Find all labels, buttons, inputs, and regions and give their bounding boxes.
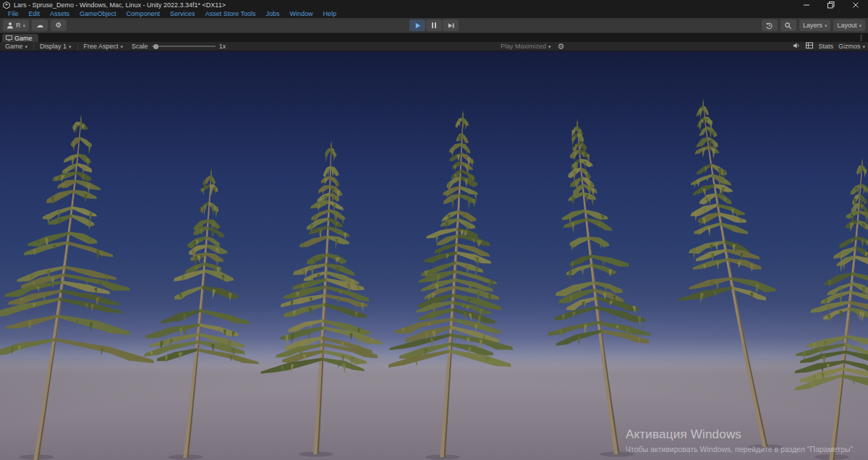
chevron-down-icon: ▾ (121, 44, 124, 49)
play-button[interactable] (409, 20, 425, 31)
unity-window: Lars - Spruse_Demo - Windows, Mac, Linux… (0, 0, 868, 460)
stats-grid-icon (806, 42, 813, 49)
stats-label: Stats (818, 43, 833, 50)
aspect-ratio-label: Free Aspect (84, 43, 119, 50)
game-mode-label: Game (5, 43, 23, 50)
speaker-icon (793, 42, 801, 49)
gizmos-label: Gizmos (838, 43, 861, 50)
tab-game[interactable]: Game (2, 34, 38, 42)
window-controls (794, 0, 868, 9)
menu-window[interactable]: Window (285, 9, 318, 18)
restore-icon (827, 1, 835, 9)
spruce-tree (388, 109, 514, 460)
game-view-icon (6, 35, 12, 41)
spruce-tree (794, 157, 868, 460)
search-button[interactable] (780, 20, 796, 31)
title-bar: Lars - Spruse_Demo - Windows, Mac, Linux… (0, 0, 868, 9)
play-maximized-group: Play Maximized ▾ ⚙ (498, 42, 564, 51)
spruce-tree (548, 118, 651, 457)
pause-button[interactable] (426, 20, 442, 31)
scale-control: Scale 1x (129, 43, 229, 50)
close-icon (852, 1, 859, 9)
minimize-icon (803, 1, 810, 9)
display-label: Display 1 (40, 43, 67, 50)
scale-label: Scale (132, 43, 148, 50)
panel-menu-icon[interactable]: ⋮ (858, 34, 864, 42)
spruce-tree (261, 140, 383, 457)
gamebar-left-group: Game ▾ Display 1 ▾ Free Aspect ▾ Scale 1… (2, 42, 229, 51)
rendered-scene (0, 51, 868, 460)
scale-slider[interactable] (152, 46, 216, 47)
gamebar-right-group: Stats Gizmos ▾ (793, 42, 865, 51)
toolbar-right-group: Layers ▾ Layout ▾ (762, 20, 865, 31)
spruce-tree (0, 114, 154, 460)
toolbar-left-group: R ▾ ☁ ⚙ (3, 20, 67, 31)
restore-button[interactable] (819, 0, 843, 9)
play-controls (409, 20, 459, 31)
window-title: Lars - Spruse_Demo - Windows, Mac, Linux… (14, 1, 226, 9)
layers-dropdown[interactable]: Layers ▾ (799, 20, 831, 31)
menu-assets[interactable]: Assets (45, 9, 75, 18)
game-mode-dropdown[interactable]: Game ▾ (2, 42, 30, 51)
undo-history-button[interactable] (762, 20, 778, 31)
gear-icon: ⚙ (56, 22, 62, 29)
scale-slider-knob[interactable] (153, 44, 158, 49)
layout-dropdown[interactable]: Layout ▾ (833, 20, 865, 31)
menu-jobs[interactable]: Jobs (261, 9, 285, 18)
settings-button[interactable]: ⚙ (51, 20, 67, 31)
layers-label: Layers (803, 22, 822, 29)
chevron-down-icon: ▾ (25, 44, 28, 49)
account-button[interactable]: R ▾ (3, 20, 29, 31)
tab-game-label: Game (14, 35, 33, 42)
mute-audio-button[interactable] (793, 42, 801, 51)
chevron-down-icon: ▾ (23, 23, 26, 28)
chevron-down-icon: ▾ (548, 44, 551, 49)
undo-history-icon (765, 22, 773, 30)
menu-edit[interactable]: Edit (24, 9, 46, 18)
aspect-ratio-dropdown[interactable]: Free Aspect ▾ (81, 42, 127, 51)
menu-bar: File Edit Assets GameObject Component Se… (0, 9, 868, 18)
minimize-button[interactable] (794, 0, 819, 9)
step-button[interactable] (443, 20, 459, 31)
spruce-tree (144, 167, 259, 460)
chevron-down-icon: ▾ (825, 23, 827, 28)
cloud-icon: ☁ (36, 22, 43, 29)
game-viewport[interactable]: Активация Windows Чтобы активировать Win… (0, 51, 868, 460)
play-icon (414, 22, 422, 30)
gizmos-dropdown[interactable]: Gizmos ▾ (838, 42, 865, 51)
play-maximized-dropdown[interactable]: Play Maximized ▾ (498, 42, 554, 51)
pause-icon (432, 22, 436, 28)
settings-gear-icon[interactable]: ⚙ (558, 43, 565, 51)
chevron-down-icon: ▾ (862, 44, 865, 49)
unity-logo-icon (3, 1, 10, 9)
menu-file[interactable]: File (3, 9, 24, 18)
menu-component[interactable]: Component (122, 9, 166, 18)
step-icon (447, 22, 455, 30)
separator (77, 43, 78, 50)
close-button[interactable] (843, 0, 868, 9)
menu-help[interactable]: Help (318, 9, 342, 18)
search-icon (784, 22, 792, 30)
play-maximized-label: Play Maximized (501, 43, 546, 50)
stats-toggle[interactable]: Stats (818, 42, 833, 51)
scale-value: 1x (219, 43, 226, 50)
cloud-button[interactable]: ☁ (32, 20, 48, 31)
menu-gameobject[interactable]: GameObject (75, 9, 122, 18)
layout-label: Layout (837, 22, 856, 29)
chevron-down-icon: ▾ (859, 23, 861, 28)
menu-services[interactable]: Services (165, 9, 200, 18)
account-label: R (16, 22, 21, 29)
stats-panel-button[interactable] (806, 42, 813, 51)
main-toolbar: R ▾ ☁ ⚙ (0, 18, 868, 33)
game-view-toolbar: Game ▾ Display 1 ▾ Free Aspect ▾ Scale 1… (0, 42, 868, 51)
person-icon (7, 22, 14, 29)
display-dropdown[interactable]: Display 1 ▾ (37, 42, 75, 51)
spruce-tree (678, 98, 783, 450)
separator (33, 43, 34, 50)
menu-asset-store-tools[interactable]: Asset Store Tools (200, 9, 261, 18)
tab-bar: Game ⋮ (0, 34, 868, 42)
chevron-down-icon: ▾ (69, 44, 72, 49)
